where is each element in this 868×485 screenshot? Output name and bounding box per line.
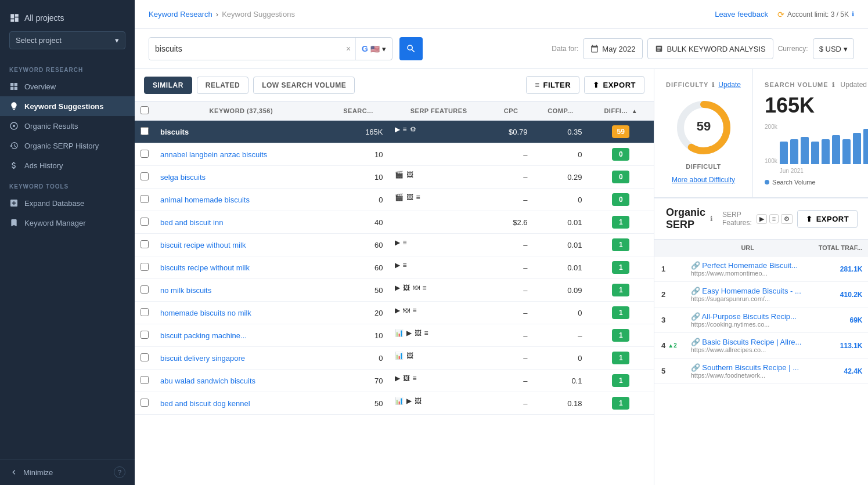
- row-checkbox[interactable]: [141, 127, 149, 135]
- keyword-cell: biscuit delivery singapore: [154, 347, 328, 370]
- search-vol-cell: 40: [328, 211, 389, 234]
- search-engine-selector[interactable]: G 🇺🇸 ▾: [355, 38, 392, 60]
- keyword-link[interactable]: bed and biscuit dog kennel: [160, 399, 250, 408]
- all-projects-link[interactable]: All projects: [9, 9, 125, 27]
- row-checkbox[interactable]: [141, 150, 149, 158]
- keyword-link[interactable]: annabel langbein anzac biscuits: [160, 150, 267, 159]
- keyword-cell: biscuits: [154, 121, 328, 143]
- row-checkbox[interactable]: [141, 376, 149, 384]
- col-diff[interactable]: DIFFI... ▲: [588, 102, 654, 121]
- diff-badge: 0: [612, 171, 629, 183]
- breadcrumb-kw-research[interactable]: Keyword Research: [149, 10, 213, 19]
- serp-features-cell: ▶≡: [389, 234, 489, 251]
- export-button[interactable]: ⬆ EXPORT: [584, 76, 644, 94]
- search-input[interactable]: [149, 38, 341, 60]
- comp-cell: 0: [534, 302, 588, 324]
- url-link[interactable]: 🔗 Southern Biscuits Recipe | ...: [691, 363, 799, 372]
- keyword-link[interactable]: abu walad sandwich biscuits: [160, 377, 255, 385]
- organic-row: 3 🔗 All-Purpose Biscuits Recip... https:…: [654, 307, 868, 333]
- row-checkbox[interactable]: [141, 353, 149, 361]
- row-checkbox[interactable]: [141, 240, 149, 248]
- url-sub: https://www.momontimeo...: [691, 270, 805, 277]
- tab-similar[interactable]: SIMILAR: [144, 77, 192, 94]
- keyword-link[interactable]: biscuit recipe without milk: [160, 241, 246, 249]
- vol-y-labels: 200k 100k: [765, 124, 777, 164]
- sidebar-item-keyword-suggestions[interactable]: Keyword Suggestions: [0, 96, 135, 116]
- col-cpc[interactable]: CPC: [489, 102, 534, 121]
- sidebar-item-organic-serp-history[interactable]: Organic SERP History: [0, 136, 135, 155]
- row-checkbox[interactable]: [141, 218, 149, 226]
- sidebar-item-overview[interactable]: Overview: [0, 77, 135, 96]
- tab-low-search-volume[interactable]: LOW SEARCH VOLUME: [253, 77, 355, 94]
- main-content: Keyword Research › Keyword Suggestions L…: [135, 0, 868, 485]
- help-icon[interactable]: ?: [114, 466, 125, 478]
- organic-row: 5 🔗 Southern Biscuits Recipe | ... https…: [654, 359, 868, 384]
- sidebar-item-expand-database[interactable]: Expand Database: [0, 193, 135, 213]
- difficulty-section: DIFFICULTY ℹ Update 59 DIFFICULT: [654, 69, 753, 197]
- diff-cell: 0: [588, 143, 654, 166]
- diff-badge: 1: [612, 306, 629, 319]
- search-vol-cell: 165K: [328, 121, 389, 143]
- keyword-link[interactable]: homemade biscuits no milk: [160, 309, 251, 317]
- keyword-link[interactable]: bed and biscuit inn: [160, 218, 223, 227]
- bulk-analysis-button[interactable]: BULK KEYWORD ANALYSIS: [647, 38, 773, 59]
- table-row: annabel langbein anzac biscuits 10 – 0 0: [135, 143, 654, 166]
- row-checkbox[interactable]: [141, 399, 149, 407]
- sidebar-item-keyword-manager[interactable]: Keyword Manager: [0, 213, 135, 233]
- keyword-cell: biscuit recipe without milk: [154, 234, 328, 256]
- select-all-checkbox[interactable]: [141, 106, 149, 114]
- google-logo: G: [362, 44, 368, 53]
- url-link[interactable]: 🔗 All-Purpose Biscuits Recip...: [691, 312, 797, 321]
- export-icon2: ⬆: [806, 215, 813, 223]
- keyword-link[interactable]: no milk biscuits: [160, 286, 211, 295]
- serp-features-cell: [389, 211, 489, 220]
- cpc-cell: –: [489, 370, 534, 392]
- comp-cell: 0: [534, 143, 588, 166]
- keyword-link[interactable]: selga biscuits: [160, 173, 206, 182]
- keyword-cell: biscuits recipe without milk: [154, 256, 328, 279]
- col-search[interactable]: SEARC...: [328, 102, 389, 121]
- keyword-link[interactable]: biscuit delivery singapore: [160, 354, 245, 363]
- diff-cell: 0: [588, 166, 654, 189]
- row-checkbox[interactable]: [141, 285, 149, 294]
- row-checkbox[interactable]: [141, 195, 149, 203]
- search-clear-button[interactable]: ×: [341, 44, 355, 53]
- bar-chart: [780, 124, 868, 164]
- date-selector[interactable]: May 2022: [583, 38, 643, 59]
- filter-button[interactable]: ≡ FILTER: [526, 76, 579, 94]
- col-total-traf[interactable]: TOTAL TRAF...: [812, 240, 868, 256]
- total-traf-cell: 42.4K: [812, 359, 868, 384]
- row-checkbox[interactable]: [141, 308, 149, 316]
- diff-cell: 1: [588, 302, 654, 324]
- sidebar-item-ads-history[interactable]: Ads History: [0, 155, 135, 175]
- more-about-difficulty-link[interactable]: More about Difficulty: [666, 176, 741, 184]
- row-checkbox[interactable]: [141, 172, 149, 180]
- col-comp[interactable]: COMP...: [534, 102, 588, 121]
- url-cell: 🔗 Basic Biscuits Recipe | Allre... https…: [684, 333, 812, 359]
- update-link[interactable]: Update: [718, 81, 741, 89]
- serp-feature-icons: ▶ ≡ ⚙: [757, 214, 793, 224]
- keyword-link[interactable]: biscuit packing machine...: [160, 331, 247, 340]
- project-select[interactable]: Select project ▾: [9, 31, 125, 49]
- keyword-link[interactable]: animal homemade biscuits: [160, 196, 250, 204]
- keyword-link[interactable]: biscuits recipe without milk: [160, 263, 250, 272]
- url-link[interactable]: 🔗 Basic Biscuits Recipe | Allre...: [691, 338, 802, 346]
- leave-feedback-link[interactable]: Leave feedback: [715, 10, 768, 19]
- tab-related[interactable]: RELATED: [197, 77, 248, 94]
- cpc-cell: –: [489, 166, 534, 189]
- row-checkbox[interactable]: [141, 331, 149, 339]
- cpc-cell: –: [489, 143, 534, 166]
- organic-export-button[interactable]: ⬆ EXPORT: [797, 210, 858, 228]
- currency-selector[interactable]: $ USD ▾: [813, 38, 854, 59]
- total-traf-cell: 113.1K: [812, 333, 868, 359]
- sidebar-item-organic-results[interactable]: Organic Results: [0, 116, 135, 136]
- minimize-button[interactable]: Minimize: [9, 468, 53, 477]
- bar: [832, 135, 840, 164]
- search-button[interactable]: [399, 37, 423, 60]
- row-checkbox[interactable]: [141, 263, 149, 271]
- url-link[interactable]: 🔗 Perfect Homemade Biscuit...: [691, 261, 798, 270]
- keyword-cell: annabel langbein anzac biscuits: [154, 143, 328, 166]
- rank-cell: 3: [654, 307, 684, 333]
- url-link[interactable]: 🔗 Easy Homemade Biscuits - ...: [691, 287, 801, 295]
- organic-export: ⬆ EXPORT: [797, 210, 858, 228]
